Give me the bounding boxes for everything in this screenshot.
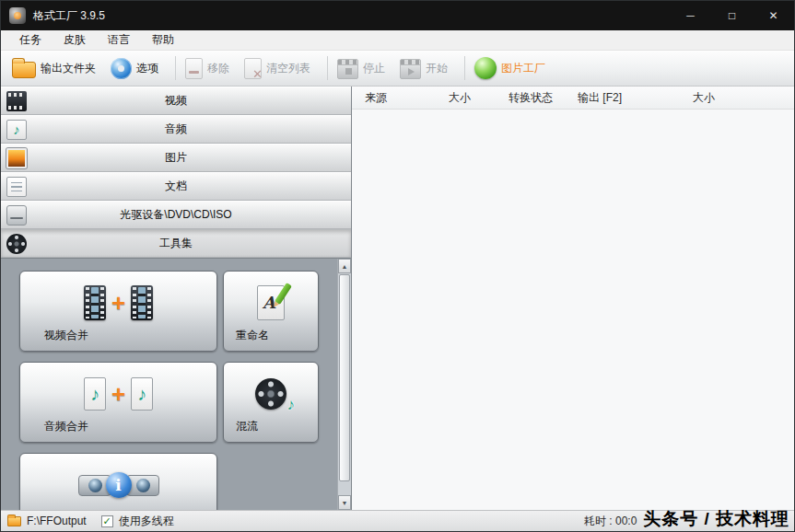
column-header-output[interactable]: 输出 [F2]	[578, 90, 693, 106]
sidebar-item-document[interactable]: 文档	[1, 172, 351, 201]
minimize-button[interactable]: ─	[670, 1, 711, 30]
menubar: 任务 皮肤 语言 帮助	[1, 30, 794, 51]
toolbar-separator	[327, 56, 328, 80]
output-path[interactable]: F:\FFOutput	[27, 515, 87, 527]
file-list-panel: 来源 大小 转换状态 输出 [F2] 大小	[352, 87, 794, 510]
plus-icon	[111, 382, 125, 406]
sidebar-item-picture[interactable]: 图片	[1, 144, 351, 172]
scroll-up-button[interactable]	[338, 259, 351, 273]
start-label: 开始	[426, 61, 448, 76]
output-folder-button[interactable]: 输出文件夹	[12, 58, 96, 78]
sidebar: 视频 音频 图片 文档 光驱设备\DVD\CD\ISO 工具集	[1, 87, 352, 510]
stop-label: 停止	[363, 61, 385, 76]
window-controls: ─ □ ✕	[670, 1, 794, 30]
menu-item-tasks[interactable]: 任务	[8, 30, 53, 50]
column-header-size[interactable]: 大小	[449, 90, 509, 106]
picture-factory-icon	[474, 57, 497, 79]
film-strip-icon	[131, 285, 153, 320]
main-area: 视频 音频 图片 文档 光驱设备\DVD\CD\ISO 工具集	[1, 87, 794, 510]
sidebar-item-label: 光驱设备\DVD\CD\ISO	[1, 207, 351, 223]
sidebar-item-audio[interactable]: 音频	[1, 115, 351, 144]
tool-label: 重命名	[236, 328, 269, 343]
column-header-source[interactable]: 来源	[352, 90, 449, 106]
menu-item-help[interactable]: 帮助	[141, 30, 185, 50]
picture-icon	[6, 148, 27, 168]
options-button[interactable]: 选项	[111, 58, 158, 79]
titlebar: 格式工厂 3.9.5 ─ □ ✕	[1, 1, 794, 30]
file-list-body[interactable]	[352, 110, 794, 510]
sidebar-item-label: 音频	[1, 121, 351, 137]
sidebar-item-toolset[interactable]: 工具集	[1, 229, 351, 258]
sidebar-item-label: 图片	[1, 150, 351, 166]
remove-icon	[185, 58, 203, 79]
audio-merge-icon	[20, 368, 216, 420]
toolset-icon	[6, 234, 27, 254]
media-info-icon	[20, 459, 216, 510]
stop-icon	[337, 64, 358, 79]
video-merge-icon	[20, 277, 216, 329]
tool-button-media-info[interactable]	[19, 453, 217, 510]
stop-button[interactable]: 停止	[337, 58, 385, 79]
elapsed-time: 耗时 : 00:0	[584, 514, 637, 529]
watermark: 头条号 / 技术料理	[643, 507, 789, 531]
multithread-label: 使用多线程	[119, 514, 174, 529]
menu-item-language[interactable]: 语言	[97, 30, 141, 50]
options-label: 选项	[136, 61, 158, 76]
column-header-status[interactable]: 转换状态	[509, 90, 578, 106]
picture-factory-button[interactable]: 图片工厂	[474, 57, 545, 79]
sidebar-item-label: 视频	[1, 93, 351, 109]
maximize-button[interactable]: □	[711, 1, 753, 30]
remove-button[interactable]: 移除	[185, 58, 229, 79]
tool-button-audio-merge[interactable]: 音频合并	[19, 362, 217, 443]
film-strip-icon	[84, 285, 106, 320]
tool-button-rename[interactable]: 重命名	[223, 271, 319, 352]
rename-icon	[224, 277, 318, 329]
tool-grid: 视频合并 重命名	[19, 271, 319, 510]
toolset-panel: 视频合并 重命名	[1, 258, 351, 510]
start-icon	[400, 64, 421, 79]
plus-icon	[111, 291, 125, 315]
sidebar-item-disc[interactable]: 光驱设备\DVD\CD\ISO	[1, 201, 351, 229]
toolbar-separator	[175, 56, 176, 80]
tool-button-mux[interactable]: 混流	[223, 362, 319, 443]
tool-label: 混流	[236, 419, 258, 434]
sidebar-item-video[interactable]: 视频	[1, 87, 351, 115]
tool-label: 音频合并	[44, 419, 88, 434]
music-note-icon	[131, 377, 153, 411]
close-button[interactable]: ✕	[753, 1, 794, 30]
film-reel-icon	[255, 378, 286, 410]
mux-icon	[224, 368, 318, 420]
window-title: 格式工厂 3.9.5	[33, 8, 105, 24]
toolbar-separator	[464, 56, 465, 80]
app-window: 格式工厂 3.9.5 ─ □ ✕ 任务 皮肤 语言 帮助 输出文件夹 选项 移除…	[0, 0, 795, 532]
output-folder-label: 输出文件夹	[41, 61, 96, 76]
format-factory-icon	[9, 7, 26, 24]
tool-label: 视频合并	[44, 328, 88, 343]
file-list-header: 来源 大小 转换状态 输出 [F2] 大小	[352, 87, 794, 110]
multithread-checkbox[interactable]	[101, 515, 113, 527]
document-icon	[6, 177, 27, 197]
clear-list-label: 清空列表	[266, 61, 310, 76]
column-header-size-2[interactable]: 大小	[693, 90, 794, 106]
clear-list-button[interactable]: 清空列表	[244, 58, 310, 79]
video-icon	[6, 91, 27, 111]
tool-panel-scrollbar[interactable]	[337, 259, 351, 510]
sidebar-item-label: 工具集	[1, 236, 351, 251]
tool-button-video-merge[interactable]: 视频合并	[19, 271, 217, 352]
picture-factory-label: 图片工厂	[501, 61, 545, 76]
music-note-icon	[84, 377, 106, 411]
start-button[interactable]: 开始	[400, 58, 448, 79]
toolbar: 输出文件夹 选项 移除 清空列表 停止 开始 图片工厂	[1, 51, 794, 87]
menu-item-skin[interactable]: 皮肤	[53, 30, 97, 50]
document-page-icon	[257, 285, 285, 320]
options-icon	[111, 58, 132, 79]
scroll-down-button[interactable]	[338, 495, 351, 510]
clear-list-icon	[244, 58, 262, 79]
output-folder-icon	[12, 62, 36, 78]
scroll-thumb[interactable]	[339, 274, 350, 481]
disc-icon	[6, 205, 27, 226]
audio-icon	[6, 120, 27, 140]
sidebar-item-label: 文档	[1, 179, 351, 194]
info-icon	[106, 472, 132, 498]
output-folder-small-icon	[7, 516, 21, 526]
